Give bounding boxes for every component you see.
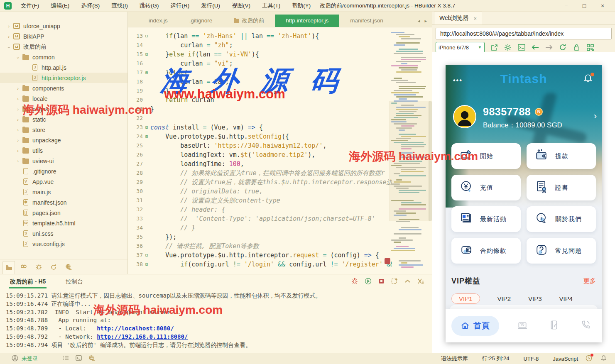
menu-item[interactable]: 选择(S) — [76, 0, 105, 12]
tab-scroll-arrows[interactable]: ◂ ▸ — [418, 18, 429, 24]
devtools-console-icon[interactable] — [517, 43, 526, 51]
browser-tab-close-icon[interactable]: × — [474, 15, 477, 22]
encoding-status[interactable]: UTF-8 — [523, 356, 539, 362]
refresh-view-icon[interactable] — [47, 261, 60, 273]
restart-run-icon[interactable] — [365, 278, 372, 286]
menu-item[interactable]: 编辑(E) — [46, 0, 74, 12]
marketplace-view-icon[interactable] — [62, 261, 75, 273]
nav-home-tab[interactable]: 首頁 — [451, 316, 499, 336]
fold-marker-icon[interactable]: ⊟ — [143, 123, 150, 132]
vip-tab[interactable]: VIP3 — [528, 295, 542, 302]
tree-item[interactable]: <>template.h5.html — [0, 218, 127, 228]
fold-marker-icon[interactable]: ⊟ — [143, 260, 150, 269]
fold-marker-icon[interactable]: ⊟ — [143, 32, 150, 41]
feature-card-start[interactable]: 開始 — [451, 143, 521, 169]
editor-tab[interactable]: manifest.json — [339, 15, 394, 27]
chevron-collapsed-icon[interactable]: › — [15, 148, 21, 153]
user-account-icon[interactable] — [12, 355, 18, 363]
nav-trade-icon[interactable] — [517, 320, 528, 332]
feature-card-about[interactable]: 關於我們 — [527, 206, 596, 232]
chevron-collapsed-icon[interactable]: › — [15, 138, 21, 143]
stop-icon[interactable] — [378, 278, 385, 286]
editor-tab[interactable]: 改后的前 — [223, 15, 275, 27]
debug-bug-icon[interactable] — [351, 278, 358, 286]
notification-bell-icon[interactable] — [600, 355, 607, 363]
console-link[interactable]: http://192.168.0.111:8080/ — [97, 333, 188, 340]
cloud-sync-icon[interactable] — [88, 355, 95, 362]
console-link[interactable]: http://localhost:8080/ — [97, 325, 174, 332]
feature-card-contract[interactable]: 合約條款 — [451, 238, 521, 264]
vip-more-link[interactable]: 更多 — [583, 277, 596, 285]
back-icon[interactable] — [531, 43, 539, 51]
vip-tab[interactable]: VIP1 — [451, 293, 480, 304]
search-view-icon[interactable] — [17, 261, 30, 273]
feature-card-recharge[interactable]: 充值 — [451, 175, 521, 200]
console-tab[interactable]: 控制台 — [66, 274, 83, 289]
tree-item[interactable]: ›locale — [0, 93, 127, 104]
nav-contact-icon[interactable] — [580, 320, 591, 332]
minimize-button[interactable]: − — [557, 0, 575, 12]
chevron-collapsed-icon[interactable]: › — [15, 86, 21, 91]
chevron-collapsed-icon[interactable]: › — [15, 159, 21, 164]
editor-tab[interactable]: .gitignore — [179, 15, 223, 27]
nav-record-icon[interactable] — [549, 320, 559, 332]
tree-item[interactable]: Jmain.js — [0, 187, 127, 197]
chevron-collapsed-icon[interactable]: › — [15, 127, 21, 132]
tree-item[interactable]: ›components — [0, 83, 127, 93]
tree-item[interactable]: Jvue.config.js — [0, 239, 127, 249]
editor-tab[interactable]: index.js — [138, 15, 179, 27]
maximize-button[interactable]: □ — [575, 0, 593, 12]
menu-item[interactable]: 文件(F) — [16, 0, 44, 12]
chevron-collapsed-icon[interactable]: › — [15, 96, 21, 101]
browser-tab[interactable]: Web浏览器 × — [434, 12, 482, 24]
device-select[interactable]: iPhone 6/7/8 ▼ — [436, 42, 485, 53]
tree-item[interactable]: ›store — [0, 125, 127, 135]
menu-item[interactable]: 发行(U) — [196, 0, 225, 12]
qrcode-icon[interactable] — [586, 43, 594, 51]
menu-item[interactable]: 帮助(Y) — [287, 0, 316, 12]
chevron-collapsed-icon[interactable]: › — [15, 117, 21, 122]
login-status[interactable]: 未登录 — [22, 355, 38, 362]
menu-item[interactable]: 运行(R) — [166, 0, 195, 12]
tree-item[interactable]: ›BikiAPP — [0, 31, 127, 42]
tree-item[interactable]: Jhttp.interceptor.js — [0, 73, 127, 83]
fold-marker-icon[interactable]: ⊟ — [143, 251, 150, 260]
language-mode[interactable]: JavaScript — [553, 356, 578, 362]
menu-item[interactable]: 查找(I) — [106, 0, 133, 12]
feature-card-faq[interactable]: 常見問題 — [527, 238, 596, 264]
close-panel-icon[interactable] — [417, 278, 424, 286]
menu-item[interactable]: 跳转(G) — [135, 0, 164, 12]
fold-marker-icon[interactable]: ⊟ — [143, 132, 150, 141]
tree-item[interactable]: ›uforce_uniapp — [0, 21, 127, 31]
lock-icon[interactable] — [572, 43, 581, 51]
feature-card-certificate[interactable]: 證書 — [527, 175, 596, 200]
minimap-viewport[interactable] — [390, 101, 429, 221]
chevron-expanded-icon[interactable]: ⌄ — [6, 44, 12, 49]
syntax-lib-status[interactable]: 语法提示库 — [441, 355, 468, 362]
chevron-expanded-icon[interactable]: ⌄ — [15, 54, 21, 60]
tree-item[interactable]: ›static — [0, 114, 127, 125]
tree-item[interactable]: Jhttp.api.js — [0, 62, 127, 73]
notification-bell-icon[interactable] — [583, 73, 593, 86]
feature-card-withdraw[interactable]: 提款 — [527, 143, 596, 169]
menu-item[interactable]: 工具(T) — [257, 0, 285, 12]
tree-item[interactable]: ›pages — [0, 104, 127, 114]
collapse-panel-icon[interactable] — [404, 278, 411, 286]
tree-item[interactable]: ›uview-ui — [0, 156, 127, 166]
forward-icon[interactable] — [545, 43, 553, 51]
tree-item[interactable]: VApp.vue — [0, 176, 127, 187]
chevron-collapsed-icon[interactable]: › — [6, 34, 12, 39]
tree-item[interactable]: ›utils — [0, 145, 127, 156]
tree-item[interactable]: .gitignore — [0, 166, 127, 176]
fold-marker-icon[interactable]: ⊟ — [143, 68, 150, 77]
editor-tab[interactable]: http.interceptor.js — [275, 15, 339, 27]
console-tab[interactable]: 改后的前 - H5 — [10, 274, 46, 289]
explorer-view-icon[interactable] — [2, 261, 15, 274]
code-area[interactable]: 13⊟ if(lan == 'zh-Hans' || lan == 'zh-Ha… — [128, 27, 392, 274]
history-clock-icon[interactable] — [586, 355, 592, 363]
refresh-icon[interactable] — [559, 43, 567, 51]
tree-item[interactable]: Suni.scss — [0, 228, 127, 239]
debug-view-icon[interactable] — [32, 261, 45, 273]
tree-item[interactable]: []pages.json — [0, 208, 127, 218]
settings-gear-icon[interactable] — [504, 43, 512, 51]
